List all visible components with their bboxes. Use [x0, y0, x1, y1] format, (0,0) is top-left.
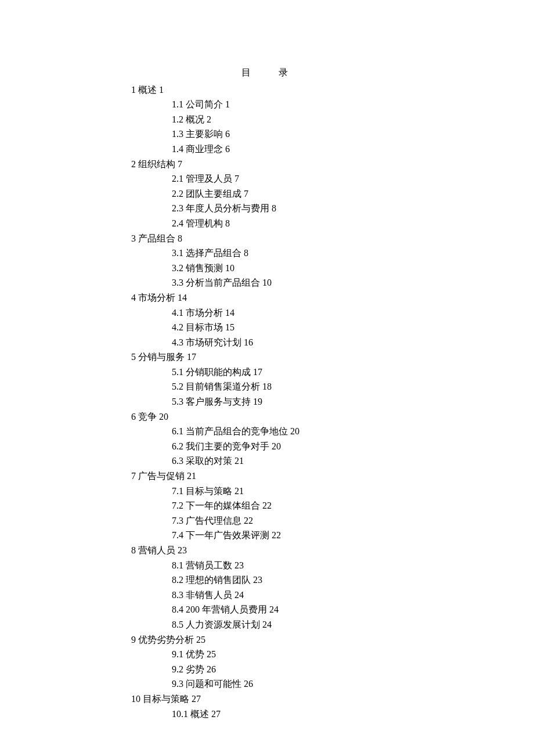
toc-entry-level2: 4.1 市场分析 14	[172, 305, 534, 321]
toc-entry-level1: 7 广告与促销 21	[131, 469, 534, 484]
toc-entry-level1: 3 产品组合 8	[131, 231, 534, 246]
toc-entry-level2: 7.1 目标与策略 21	[172, 484, 534, 499]
toc-entry-level1: 1 概述 1	[131, 82, 534, 98]
toc-entry-level1: 4 市场分析 14	[131, 290, 534, 305]
toc-entry-level2: 2.4 管理机构 8	[172, 216, 534, 231]
toc-entry-level2: 7.3 广告代理信息 22	[172, 513, 534, 528]
toc-entry-level2: 4.3 市场研究计划 16	[172, 335, 534, 350]
toc-entry-level2: 9.3 问题和可能性 26	[172, 676, 534, 692]
toc-entry-level1: 5 分销与服务 17	[131, 350, 534, 365]
toc-entry-level2: 9.1 优势 25	[172, 647, 534, 662]
toc-entry-level2: 1.3 主要影响 6	[172, 127, 534, 142]
toc-entry-level2: 8.2 理想的销售团队 23	[172, 573, 534, 588]
toc-entry-level2: 3.3 分析当前产品组合 10	[172, 275, 534, 290]
toc-entry-level2: 6.2 我们主要的竞争对手 20	[172, 439, 534, 454]
toc-title: 目录	[241, 65, 534, 80]
toc-entry-level2: 8.4 200 年营销人员费用 24	[172, 602, 534, 617]
toc-entry-level2: 2.3 年度人员分析与费用 8	[172, 201, 534, 216]
toc-entry-level2: 8.3 非销售人员 24	[172, 588, 534, 603]
toc-entry-level1: 9 优势劣势分析 25	[131, 632, 534, 647]
toc-entry-level1: 6 竞争 20	[131, 409, 534, 424]
toc-entry-level2: 3.1 选择产品组合 8	[172, 246, 534, 261]
toc-entry-level2: 1.4 商业理念 6	[172, 142, 534, 157]
toc-entry-level1: 2 组织结构 7	[131, 157, 534, 172]
toc-entry-level1: 10 目标与策略 27	[131, 692, 534, 707]
toc-entry-level2: 2.1 管理及人员 7	[172, 171, 534, 186]
toc-entry-level2: 5.1 分销职能的构成 17	[172, 365, 534, 380]
toc-entry-level2: 2.2 团队主要组成 7	[172, 186, 534, 201]
toc-entry-level2: 7.2 下一年的媒体组合 22	[172, 498, 534, 513]
toc-entry-level2: 1.2 概况 2	[172, 112, 534, 127]
toc-entry-level2: 3.2 销售预测 10	[172, 261, 534, 276]
toc-entry-level2: 5.3 客户服务与支持 19	[172, 394, 534, 409]
toc-entry-level2: 9.2 劣势 26	[172, 662, 534, 677]
toc-entry-level2: 8.1 营销员工数 23	[172, 558, 534, 573]
toc-entry-level1: 8 营销人员 23	[131, 543, 534, 558]
toc-entry-level2: 4.2 目标市场 15	[172, 320, 534, 335]
toc-entry-level2: 8.5 人力资源发展计划 24	[172, 617, 534, 632]
toc-container: 1 概述 11.1 公司简介 11.2 概况 21.3 主要影响 61.4 商业…	[131, 82, 534, 722]
toc-entry-level2: 6.3 采取的对策 21	[172, 453, 534, 469]
toc-entry-level2: 10.1 概述 27	[172, 707, 534, 722]
toc-entry-level2: 6.1 当前产品组合的竞争地位 20	[172, 424, 534, 439]
toc-entry-level2: 1.1 公司简介 1	[172, 97, 534, 112]
toc-entry-level2: 5.2 目前销售渠道分析 18	[172, 379, 534, 394]
toc-entry-level2: 7.4 下一年广告效果评测 22	[172, 528, 534, 543]
